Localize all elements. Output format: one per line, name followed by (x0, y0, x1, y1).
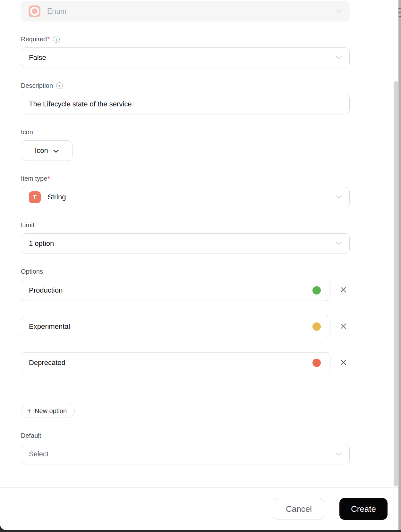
background-content-fragment (398, 8, 401, 9)
chevron-down-icon (336, 453, 342, 456)
required-label-row: Required* i (21, 35, 350, 44)
icon-label-row: Icon (21, 128, 350, 137)
option-row (21, 316, 350, 337)
dialog-footer: Cancel Create (0, 487, 398, 530)
limit-select-value: 1 option (29, 239, 54, 248)
remove-option-button[interactable] (339, 322, 347, 331)
option-color-dot (312, 322, 321, 331)
close-icon (340, 359, 347, 367)
required-select[interactable]: False (21, 47, 350, 68)
option-row (21, 352, 350, 373)
default-select[interactable]: Select (21, 444, 350, 464)
icon-picker-button[interactable]: Icon (21, 140, 73, 161)
background-content-fragment (398, 16, 401, 17)
options-label: Options (21, 267, 43, 276)
default-label-row: Default (21, 431, 350, 440)
new-option-button[interactable]: + New option (21, 404, 75, 418)
info-icon[interactable]: i (56, 82, 63, 89)
item-type-label-row: Item type* (21, 174, 350, 183)
required-label: Required (21, 35, 47, 44)
create-button[interactable]: Create (339, 498, 388, 520)
close-icon (340, 286, 347, 295)
limit-label: Limit (21, 221, 34, 229)
options-label-row: Options (21, 267, 350, 276)
option-color-dot (312, 359, 321, 367)
background-content-fragment (398, 12, 401, 13)
option-color-picker[interactable] (303, 280, 330, 301)
icon-picker-label: Icon (35, 146, 48, 155)
remove-option-button[interactable] (339, 286, 347, 295)
default-label: Default (21, 431, 41, 440)
option-field (21, 280, 330, 301)
remove-option-button[interactable] (339, 359, 347, 367)
item-type-select[interactable]: T String (21, 187, 350, 207)
option-value-input[interactable] (21, 316, 303, 337)
option-color-picker[interactable] (303, 316, 330, 337)
cancel-button[interactable]: Cancel (274, 498, 324, 520)
option-field (21, 316, 330, 337)
create-property-dialog: Enum Required* i False Description i Ico… (0, 0, 398, 530)
description-input[interactable] (21, 94, 350, 114)
required-asterisk: * (47, 35, 50, 44)
limit-select[interactable]: 1 option (21, 233, 350, 254)
description-label-row: Description i (21, 81, 350, 90)
option-value-input[interactable] (21, 353, 303, 373)
chevron-down-icon (336, 242, 342, 245)
new-option-label: New option (35, 407, 67, 415)
item-type-value: String (47, 193, 66, 201)
property-type-select[interactable]: Enum (21, 1, 350, 21)
icon-label: Icon (21, 128, 33, 137)
dialog-scrollbar-thumb[interactable] (394, 81, 398, 486)
item-type-asterisk: * (47, 174, 50, 183)
required-select-value: False (29, 54, 46, 62)
enum-type-icon (29, 5, 40, 17)
plus-icon: + (27, 407, 31, 415)
window-edge-strip (398, 0, 401, 530)
enum-ring-glyph (30, 7, 39, 16)
chevron-down-icon (336, 195, 342, 199)
limit-label-row: Limit (21, 221, 350, 229)
item-type-label: Item type (21, 174, 47, 183)
option-value-input[interactable] (21, 280, 303, 301)
info-icon[interactable]: i (53, 36, 60, 43)
close-icon (340, 322, 347, 331)
chevron-down-icon (336, 56, 342, 59)
option-row (21, 280, 350, 301)
option-color-picker[interactable] (303, 353, 330, 373)
property-type-value: Enum (47, 7, 66, 16)
option-field (21, 352, 330, 373)
chevron-down-icon (53, 146, 59, 155)
string-type-icon: T (29, 191, 41, 203)
default-select-placeholder: Select (29, 450, 48, 458)
dialog-form: Enum Required* i False Description i Ico… (21, 0, 350, 464)
option-color-dot (312, 286, 321, 295)
description-label: Description (21, 81, 53, 90)
chevron-down-icon (336, 10, 342, 13)
